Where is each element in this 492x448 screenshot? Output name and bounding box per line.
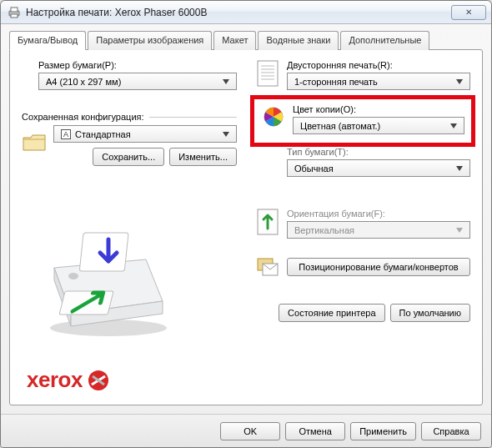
color-copy-combo[interactable]: Цветная (автомат.) (293, 117, 464, 134)
separator (149, 117, 237, 118)
print-settings-window: Настройка печати: Xerox Phaser 6000B ✕ Б… (0, 0, 492, 448)
paper-type-label: Тип бумаги(T): (287, 147, 470, 157)
orientation-icon (255, 209, 280, 235)
svg-point-8 (68, 273, 78, 279)
chevron-down-icon (447, 118, 460, 133)
close-button[interactable]: ✕ (451, 5, 486, 20)
defaults-button[interactable]: По умолчанию (390, 304, 470, 322)
svg-point-5 (50, 320, 167, 336)
tab-watermarks[interactable]: Водяные знаки (258, 31, 339, 50)
apply-button[interactable]: Применить (350, 422, 416, 440)
chevron-down-icon (453, 73, 466, 89)
color-copy-value: Цветная (автомат.) (300, 121, 380, 131)
config-letter-icon: A (61, 129, 71, 139)
xerox-sphere-icon (88, 370, 109, 391)
folder-icon (22, 125, 47, 152)
titlebar: Настройка печати: Xerox Phaser 6000B ✕ (1, 1, 491, 24)
chevron-down-icon (453, 222, 466, 238)
envelope-icon (255, 257, 280, 277)
dialog-footer: OK Отмена Применить Справка (1, 414, 491, 447)
window-title: Настройка печати: Xerox Phaser 6000B (26, 7, 207, 18)
svg-rect-1 (11, 8, 18, 12)
tab-paper-output[interactable]: Бумага/Вывод (9, 31, 86, 50)
color-copy-highlight: Цвет копии(O): Цветная (автомат.) (250, 95, 475, 147)
xerox-wordmark: xerox (27, 367, 83, 393)
orientation-combo: Вертикальная (287, 221, 470, 239)
duplex-label: Двусторонняя печать(R): (287, 60, 470, 70)
xerox-logo: xerox (27, 367, 109, 393)
left-column: Размер бумаги(P): A4 (210 x 297 мм) Сохр… (22, 60, 237, 322)
tab-advanced[interactable]: Дополнительные (340, 31, 429, 50)
help-button[interactable]: Справка (421, 422, 481, 440)
paper-size-label: Размер бумаги(P): (22, 60, 237, 70)
duplex-value: 1-сторонняя печать (294, 77, 378, 87)
tabstrip: Бумага/Вывод Параметры изображения Макет… (9, 31, 483, 50)
spacer (255, 147, 280, 155)
chevron-down-icon (219, 73, 233, 89)
saved-config-label: Сохраненная конфигурация: (22, 112, 144, 122)
edit-config-button[interactable]: Изменить... (169, 148, 237, 166)
duplex-combo[interactable]: 1-сторонняя печать (287, 73, 470, 90)
printer-illustration (33, 218, 183, 343)
paper-type-value: Обычная (294, 164, 334, 174)
tab-panel: Размер бумаги(P): A4 (210 x 297 мм) Сохр… (9, 49, 483, 405)
orientation-label: Ориентация бумаги(F): (287, 209, 470, 219)
close-icon: ✕ (465, 8, 472, 17)
paper-size-value: A4 (210 x 297 мм) (46, 77, 121, 87)
tab-layout[interactable]: Макет (213, 31, 256, 50)
client-area: Бумага/Вывод Параметры изображения Макет… (1, 24, 491, 414)
chevron-down-icon (219, 126, 233, 142)
ok-button[interactable]: OK (220, 422, 280, 440)
duplex-page-icon (255, 60, 280, 87)
printer-status-button[interactable]: Состояние принтера (279, 304, 385, 322)
color-copy-label: Цвет копии(O): (293, 104, 464, 114)
paper-type-combo[interactable]: Обычная (287, 159, 470, 177)
save-config-button[interactable]: Сохранить... (93, 148, 164, 166)
saved-config-combo[interactable]: A Стандартная (53, 125, 237, 143)
orientation-value: Вертикальная (294, 225, 354, 235)
cancel-button[interactable]: Отмена (285, 422, 345, 440)
color-wheel-icon (261, 104, 286, 128)
tab-image-params[interactable]: Параметры изображения (88, 31, 212, 50)
svg-rect-2 (11, 14, 18, 18)
envelope-positioning-button[interactable]: Позиционирование бумаги/конвертов (287, 258, 470, 276)
svg-rect-10 (258, 61, 278, 86)
printer-icon (8, 7, 21, 18)
paper-size-combo[interactable]: A4 (210 x 297 мм) (38, 73, 237, 90)
chevron-down-icon (453, 160, 466, 176)
saved-config-value: Стандартная (75, 129, 131, 139)
right-column: Двусторонняя печать(R): 1-сторонняя печа… (255, 60, 470, 322)
svg-text:A: A (63, 130, 68, 138)
svg-rect-6 (79, 233, 128, 271)
